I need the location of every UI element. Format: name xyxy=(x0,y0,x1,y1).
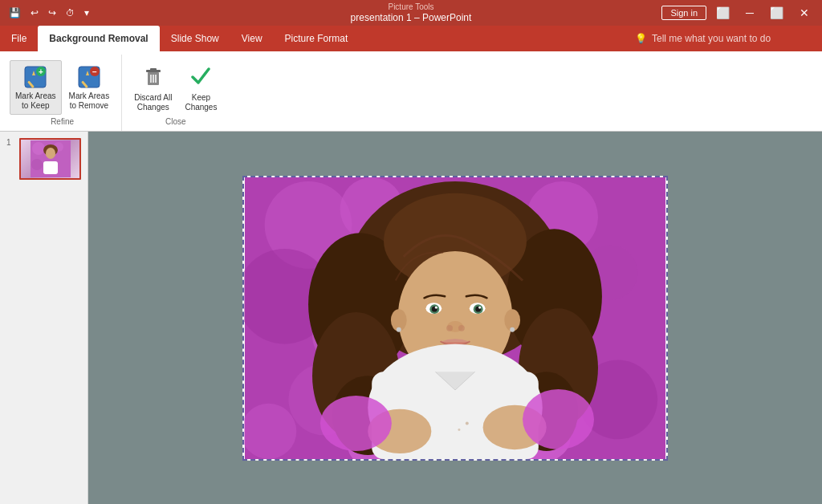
svg-point-59 xyxy=(458,324,465,331)
app-title: presentation 1 – PowerPoint xyxy=(351,12,472,23)
svg-text:+: + xyxy=(39,67,43,76)
slide-panel: 1 xyxy=(0,132,88,504)
ribbon-group-close: Discard AllChanges KeepChanges Close xyxy=(122,55,229,131)
context-label: Picture Tools xyxy=(388,2,433,12)
refine-group-label: Refine xyxy=(51,117,74,128)
slide-canvas xyxy=(110,145,800,490)
list-item[interactable]: 1 xyxy=(6,138,81,180)
mark-remove-label: Mark Areasto Remove xyxy=(69,91,110,111)
svg-text:−: − xyxy=(92,67,97,76)
title-bar-right: Sign in ⬜ ─ ⬜ ✕ xyxy=(655,6,822,20)
undo-icon[interactable]: ↩ xyxy=(28,6,41,20)
mark-keep-icon: + xyxy=(22,64,48,90)
discard-changes-button[interactable]: Discard AllChanges xyxy=(128,59,177,116)
ribbon: + Mark Areasto Keep − Mark Areasto Remo xyxy=(0,51,822,132)
svg-point-63 xyxy=(510,327,515,331)
slide-number: 1 xyxy=(6,138,16,147)
title-bar: 💾 ↩ ↪ ⏱ ▾ Picture Tools presentation 1 –… xyxy=(0,0,822,26)
minimize-icon[interactable]: ─ xyxy=(739,6,760,20)
svg-point-23 xyxy=(46,148,55,159)
keep-icon xyxy=(188,63,214,91)
svg-point-69 xyxy=(523,388,594,449)
svg-point-68 xyxy=(320,395,392,450)
svg-rect-22 xyxy=(43,161,58,174)
background-removal-image xyxy=(244,177,666,459)
close-group-label: Close xyxy=(165,117,186,128)
mark-areas-keep-button[interactable]: + Mark Areasto Keep xyxy=(10,60,62,115)
tell-me-icon: 💡 xyxy=(635,33,647,44)
tab-file[interactable]: File xyxy=(0,26,38,51)
tell-me-section[interactable]: 💡 xyxy=(625,26,822,51)
tab-background-removal[interactable]: Background Removal xyxy=(38,26,159,51)
image-container[interactable] xyxy=(242,176,668,461)
mark-remove-icon: − xyxy=(76,64,102,90)
window-title-group: Picture Tools presentation 1 – PowerPoin… xyxy=(351,2,472,23)
discard-label: Discard AllChanges xyxy=(134,93,172,112)
svg-point-56 xyxy=(478,306,481,308)
svg-point-17 xyxy=(32,142,45,155)
close-icon[interactable]: ✕ xyxy=(793,6,816,20)
tell-me-input[interactable] xyxy=(652,33,812,44)
svg-point-70 xyxy=(466,421,469,425)
sign-in-button[interactable]: Sign in xyxy=(661,6,706,20)
tab-view[interactable]: View xyxy=(230,26,274,51)
ribbon-collapse-icon[interactable]: ⬜ xyxy=(710,6,736,20)
svg-point-58 xyxy=(446,324,453,331)
mark-areas-remove-button[interactable]: − Mark Areasto Remove xyxy=(63,60,116,115)
svg-point-71 xyxy=(458,428,460,430)
keep-label: KeepChanges xyxy=(185,93,217,112)
keep-changes-button[interactable]: KeepChanges xyxy=(179,59,222,116)
canvas-area xyxy=(88,132,822,504)
main-area: 1 xyxy=(0,132,822,504)
tab-picture-format[interactable]: Picture Format xyxy=(274,26,360,51)
quick-access-toolbar: 💾 ↩ ↪ ⏱ ▾ xyxy=(0,6,98,20)
restore-icon[interactable]: ⬜ xyxy=(763,6,790,20)
tab-slide-show[interactable]: Slide Show xyxy=(160,26,230,51)
svg-point-55 xyxy=(435,306,437,308)
save-icon[interactable]: 💾 xyxy=(6,6,23,20)
discard-icon xyxy=(140,63,166,91)
mark-keep-label: Mark Areasto Keep xyxy=(15,91,56,111)
svg-rect-12 xyxy=(150,68,157,71)
slide-thumbnail[interactable] xyxy=(19,138,81,180)
svg-point-62 xyxy=(397,327,401,331)
redo-icon[interactable]: ↪ xyxy=(46,6,59,20)
close-buttons: Discard AllChanges KeepChanges xyxy=(128,58,222,117)
svg-point-19 xyxy=(31,159,43,170)
ribbon-group-refine: + Mark Areasto Keep − Mark Areasto Remo xyxy=(3,55,122,131)
refine-buttons: + Mark Areasto Keep − Mark Areasto Remo xyxy=(10,58,115,117)
present-icon[interactable]: ⏱ xyxy=(63,6,77,19)
customize-qat-icon[interactable]: ▾ xyxy=(82,6,92,20)
